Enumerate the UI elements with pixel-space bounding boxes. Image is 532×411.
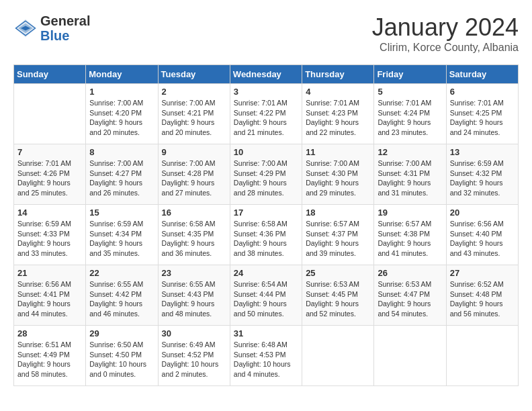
logo-text: General Blue [40, 13, 90, 43]
day-cell: 26Sunrise: 6:53 AMSunset: 4:47 PMDayligh… [374, 265, 446, 326]
day-number: 21 [17, 268, 82, 278]
day-info: Sunrise: 6:58 AMSunset: 4:35 PMDaylight:… [162, 219, 226, 259]
day-cell: 16Sunrise: 6:58 AMSunset: 4:35 PMDayligh… [158, 205, 230, 265]
day-info: Sunrise: 6:49 AMSunset: 4:52 PMDaylight:… [162, 340, 226, 379]
day-number: 5 [378, 87, 442, 97]
header-row: SundayMondayTuesdayWednesdayThursdayFrid… [14, 65, 519, 84]
day-info: Sunrise: 6:51 AMSunset: 4:49 PMDaylight:… [17, 340, 82, 379]
logo-blue: Blue [40, 28, 90, 43]
day-cell [302, 326, 374, 386]
day-info: Sunrise: 6:59 AMSunset: 4:32 PMDaylight:… [450, 158, 515, 198]
header-cell-saturday: Saturday [446, 65, 518, 84]
day-number: 7 [17, 147, 82, 157]
day-number: 18 [306, 208, 370, 218]
day-cell: 20Sunrise: 6:56 AMSunset: 4:40 PMDayligh… [446, 205, 518, 265]
day-cell [14, 84, 86, 144]
header-cell-tuesday: Tuesday [158, 65, 230, 84]
day-info: Sunrise: 6:59 AMSunset: 4:33 PMDaylight:… [17, 219, 82, 259]
day-number: 25 [306, 268, 370, 278]
day-cell: 21Sunrise: 6:56 AMSunset: 4:41 PMDayligh… [14, 265, 86, 326]
day-number: 26 [378, 268, 442, 278]
day-cell [374, 326, 446, 386]
day-cell: 3Sunrise: 7:01 AMSunset: 4:22 PMDaylight… [230, 84, 302, 144]
day-info: Sunrise: 7:00 AMSunset: 4:31 PMDaylight:… [378, 158, 442, 198]
day-info: Sunrise: 7:00 AMSunset: 4:29 PMDaylight:… [234, 158, 298, 198]
day-number: 28 [17, 328, 82, 338]
header-cell-wednesday: Wednesday [230, 65, 302, 84]
day-number: 23 [162, 268, 226, 278]
logo: General Blue [13, 13, 90, 43]
day-info: Sunrise: 7:01 AMSunset: 4:22 PMDaylight:… [234, 98, 298, 138]
day-number: 16 [162, 208, 226, 218]
day-cell: 6Sunrise: 7:01 AMSunset: 4:25 PMDaylight… [446, 84, 518, 144]
week-row-3: 14Sunrise: 6:59 AMSunset: 4:33 PMDayligh… [14, 205, 519, 265]
day-cell: 8Sunrise: 7:00 AMSunset: 4:27 PMDaylight… [86, 144, 158, 205]
day-info: Sunrise: 6:52 AMSunset: 4:48 PMDaylight:… [450, 279, 515, 319]
day-cell: 7Sunrise: 7:01 AMSunset: 4:26 PMDaylight… [14, 144, 86, 205]
day-cell: 1Sunrise: 7:00 AMSunset: 4:20 PMDaylight… [86, 84, 158, 144]
calendar-table: SundayMondayTuesdayWednesdayThursdayFrid… [13, 64, 519, 386]
title-area: January 2024 Clirim, Korce County, Alban… [372, 13, 519, 54]
logo-general: General [40, 13, 90, 28]
day-number: 13 [450, 147, 515, 157]
day-number: 2 [162, 87, 226, 97]
day-info: Sunrise: 6:58 AMSunset: 4:36 PMDaylight:… [234, 219, 298, 259]
day-info: Sunrise: 7:00 AMSunset: 4:20 PMDaylight:… [89, 98, 154, 138]
day-info: Sunrise: 7:00 AMSunset: 4:28 PMDaylight:… [162, 158, 226, 198]
day-info: Sunrise: 6:50 AMSunset: 4:50 PMDaylight:… [89, 340, 154, 379]
day-cell: 9Sunrise: 7:00 AMSunset: 4:28 PMDaylight… [158, 144, 230, 205]
day-info: Sunrise: 7:01 AMSunset: 4:25 PMDaylight:… [450, 98, 515, 138]
day-cell: 17Sunrise: 6:58 AMSunset: 4:36 PMDayligh… [230, 205, 302, 265]
day-number: 3 [234, 87, 298, 97]
day-cell: 5Sunrise: 7:01 AMSunset: 4:24 PMDaylight… [374, 84, 446, 144]
day-info: Sunrise: 7:00 AMSunset: 4:27 PMDaylight:… [89, 158, 154, 198]
day-cell: 18Sunrise: 6:57 AMSunset: 4:37 PMDayligh… [302, 205, 374, 265]
day-info: Sunrise: 7:00 AMSunset: 4:21 PMDaylight:… [162, 98, 226, 138]
day-cell: 22Sunrise: 6:55 AMSunset: 4:42 PMDayligh… [86, 265, 158, 326]
day-number: 17 [234, 208, 298, 218]
day-cell: 11Sunrise: 7:00 AMSunset: 4:30 PMDayligh… [302, 144, 374, 205]
day-info: Sunrise: 7:01 AMSunset: 4:26 PMDaylight:… [17, 158, 82, 198]
header-cell-monday: Monday [86, 65, 158, 84]
day-cell: 2Sunrise: 7:00 AMSunset: 4:21 PMDaylight… [158, 84, 230, 144]
day-number: 6 [450, 87, 515, 97]
day-info: Sunrise: 6:56 AMSunset: 4:40 PMDaylight:… [450, 219, 515, 259]
page-header: General Blue January 2024 Clirim, Korce … [13, 13, 519, 54]
day-info: Sunrise: 6:57 AMSunset: 4:38 PMDaylight:… [378, 219, 442, 259]
day-cell: 28Sunrise: 6:51 AMSunset: 4:49 PMDayligh… [14, 326, 86, 386]
day-info: Sunrise: 6:59 AMSunset: 4:34 PMDaylight:… [89, 219, 154, 259]
week-row-4: 21Sunrise: 6:56 AMSunset: 4:41 PMDayligh… [14, 265, 519, 326]
day-number: 10 [234, 147, 298, 157]
day-cell: 14Sunrise: 6:59 AMSunset: 4:33 PMDayligh… [14, 205, 86, 265]
week-row-2: 7Sunrise: 7:01 AMSunset: 4:26 PMDaylight… [14, 144, 519, 205]
header-cell-friday: Friday [374, 65, 446, 84]
day-info: Sunrise: 7:01 AMSunset: 4:23 PMDaylight:… [306, 98, 370, 138]
day-number: 19 [378, 208, 442, 218]
day-info: Sunrise: 6:55 AMSunset: 4:43 PMDaylight:… [162, 279, 226, 319]
day-info: Sunrise: 6:55 AMSunset: 4:42 PMDaylight:… [89, 279, 154, 319]
header-cell-thursday: Thursday [302, 65, 374, 84]
week-row-5: 28Sunrise: 6:51 AMSunset: 4:49 PMDayligh… [14, 326, 519, 386]
logo-icon [13, 16, 38, 40]
week-row-1: 1Sunrise: 7:00 AMSunset: 4:20 PMDaylight… [14, 84, 519, 144]
day-number: 30 [162, 328, 226, 338]
day-number: 22 [89, 268, 154, 278]
location: Clirim, Korce County, Albania [372, 42, 519, 54]
day-cell: 19Sunrise: 6:57 AMSunset: 4:38 PMDayligh… [374, 205, 446, 265]
day-number: 14 [17, 208, 82, 218]
day-cell: 29Sunrise: 6:50 AMSunset: 4:50 PMDayligh… [86, 326, 158, 386]
day-number: 31 [234, 328, 298, 338]
day-info: Sunrise: 6:48 AMSunset: 4:53 PMDaylight:… [234, 340, 298, 379]
day-cell: 30Sunrise: 6:49 AMSunset: 4:52 PMDayligh… [158, 326, 230, 386]
day-number: 27 [450, 268, 515, 278]
day-info: Sunrise: 6:56 AMSunset: 4:41 PMDaylight:… [17, 279, 82, 319]
day-number: 8 [89, 147, 154, 157]
day-cell: 12Sunrise: 7:00 AMSunset: 4:31 PMDayligh… [374, 144, 446, 205]
day-cell: 24Sunrise: 6:54 AMSunset: 4:44 PMDayligh… [230, 265, 302, 326]
day-info: Sunrise: 7:01 AMSunset: 4:24 PMDaylight:… [378, 98, 442, 138]
day-cell: 4Sunrise: 7:01 AMSunset: 4:23 PMDaylight… [302, 84, 374, 144]
day-number: 9 [162, 147, 226, 157]
day-info: Sunrise: 6:57 AMSunset: 4:37 PMDaylight:… [306, 219, 370, 259]
day-cell: 31Sunrise: 6:48 AMSunset: 4:53 PMDayligh… [230, 326, 302, 386]
header-cell-sunday: Sunday [14, 65, 86, 84]
